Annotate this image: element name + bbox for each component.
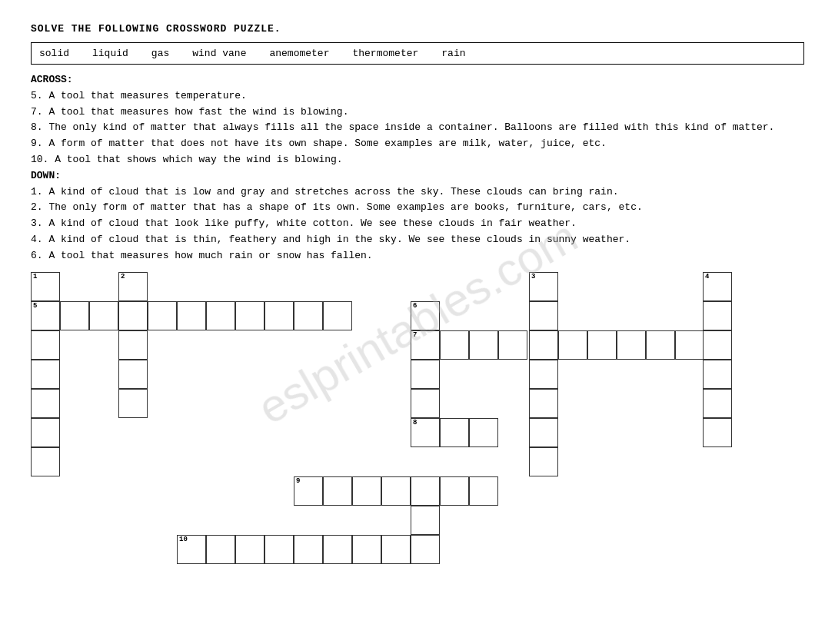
cell-9-0[interactable]: 9 <box>294 476 323 506</box>
cell-1-3[interactable] <box>31 360 60 389</box>
word-1: solid <box>39 48 69 59</box>
cell-10-7[interactable] <box>381 535 411 564</box>
cell-5-4[interactable] <box>148 301 177 330</box>
cell-6-4[interactable] <box>411 389 440 418</box>
word-5: anemometer <box>269 48 329 59</box>
down-clue-2: 2. The only form of matter that has a sh… <box>31 200 804 216</box>
cell-9-4[interactable] <box>411 476 440 506</box>
across-clue-5: 5. A tool that measures temperature. <box>31 88 804 105</box>
cell-4-2[interactable] <box>703 330 732 360</box>
clues-section: ACROSS: 5. A tool that measures temperat… <box>31 72 804 264</box>
cell-10-2[interactable] <box>235 535 264 564</box>
cell-2-0[interactable]: 2 <box>118 272 148 301</box>
cell-10-0[interactable]: 10 <box>177 535 206 564</box>
cell-9-3[interactable] <box>381 476 411 506</box>
cell-6-0[interactable]: 6 <box>411 301 440 330</box>
cell-3-4[interactable] <box>529 389 558 418</box>
cell-9-1[interactable] <box>323 476 352 506</box>
cell-7-5[interactable] <box>558 330 587 360</box>
across-label: ACROSS: <box>31 72 804 88</box>
word-7: rain <box>441 48 465 59</box>
cell-4-1[interactable] <box>703 301 732 330</box>
cell-10-1[interactable] <box>206 535 235 564</box>
cell-3-1[interactable] <box>529 301 558 330</box>
cell-1-5[interactable] <box>31 418 60 447</box>
cell-6-3[interactable] <box>411 360 440 389</box>
cell-7-4[interactable] <box>529 330 558 360</box>
cell-5-0[interactable]: 5 <box>31 301 60 330</box>
cell-3-3[interactable] <box>529 360 558 389</box>
cell-4-4[interactable] <box>703 389 732 418</box>
across-clue-7: 7. A tool that measures how fast the win… <box>31 105 804 121</box>
cell-1-0[interactable]: 1 <box>31 272 60 301</box>
cell-9-6[interactable] <box>469 476 498 506</box>
across-clue-8: 8. The only kind of matter that always f… <box>31 120 804 136</box>
cell-5-8[interactable] <box>264 301 294 330</box>
cell-6-8[interactable] <box>411 506 440 535</box>
word-6: thermometer <box>352 48 418 59</box>
word-bank: solid liquid gas wind vane anemometer th… <box>31 42 804 65</box>
down-label: DOWN: <box>31 168 804 184</box>
cell-3-0[interactable]: 3 <box>529 272 558 301</box>
cell-5-10[interactable] <box>323 301 352 330</box>
word-4: wind vane <box>192 48 246 59</box>
cell-7-2[interactable] <box>469 330 498 360</box>
cell-7-9[interactable] <box>675 330 704 360</box>
cell-5-5[interactable] <box>177 301 206 330</box>
cell-4-5[interactable] <box>703 418 732 447</box>
cell-3-5[interactable] <box>529 418 558 447</box>
cell-5-1[interactable] <box>60 301 89 330</box>
cell-5-3[interactable] <box>118 301 148 330</box>
cell-8-1[interactable] <box>440 418 469 447</box>
cell-7-1[interactable] <box>440 330 469 360</box>
down-clue-6: 6. A tool that measures how much rain or… <box>31 248 804 264</box>
cell-2-3[interactable] <box>118 360 148 389</box>
cell-7-8[interactable] <box>646 330 675 360</box>
cell-10-6[interactable] <box>352 535 381 564</box>
cell-10-3[interactable] <box>264 535 294 564</box>
cell-1-2[interactable] <box>31 330 60 360</box>
cell-7-0[interactable]: 7 <box>411 330 440 360</box>
cell-1-6[interactable] <box>31 447 60 476</box>
cell-5-6[interactable] <box>206 301 235 330</box>
cell-2-4[interactable] <box>118 389 148 418</box>
cell-5-9[interactable] <box>294 301 323 330</box>
page-title: SOLVE THE FOLLOWING CROSSWORD PUZZLE. <box>31 23 804 35</box>
across-clue-10: 10. A tool that shows which way the wind… <box>31 152 804 168</box>
cell-5-2[interactable] <box>89 301 118 330</box>
cell-3-6[interactable] <box>529 447 558 476</box>
across-clue-9: 9. A form of matter that does not have i… <box>31 136 804 152</box>
cell-10-5[interactable] <box>323 535 352 564</box>
cell-7-3[interactable] <box>498 330 527 360</box>
cell-8-2[interactable] <box>469 418 498 447</box>
down-clue-1: 1. A kind of cloud that is low and gray … <box>31 184 804 201</box>
cell-8-0[interactable]: 8 <box>411 418 440 447</box>
cell-1-4[interactable] <box>31 389 60 418</box>
cell-10-8[interactable] <box>411 535 440 564</box>
down-clue-4: 4. A kind of cloud that is thin, feather… <box>31 232 804 248</box>
cell-2-2[interactable] <box>118 330 148 360</box>
cell-4-0[interactable]: 4 <box>703 272 732 301</box>
down-clue-3: 3. A kind of cloud that look like puffy,… <box>31 216 804 232</box>
cell-9-2[interactable] <box>352 476 381 506</box>
cell-7-6[interactable] <box>587 330 617 360</box>
cell-4-3[interactable] <box>703 360 732 389</box>
word-2: liquid <box>92 48 128 59</box>
crossword-grid: 1 2 3 4 5 6 7 <box>31 272 761 603</box>
word-3: gas <box>151 48 169 59</box>
cell-10-4[interactable] <box>294 535 323 564</box>
cell-7-7[interactable] <box>617 330 646 360</box>
cell-9-5[interactable] <box>440 476 469 506</box>
cell-5-7[interactable] <box>235 301 264 330</box>
